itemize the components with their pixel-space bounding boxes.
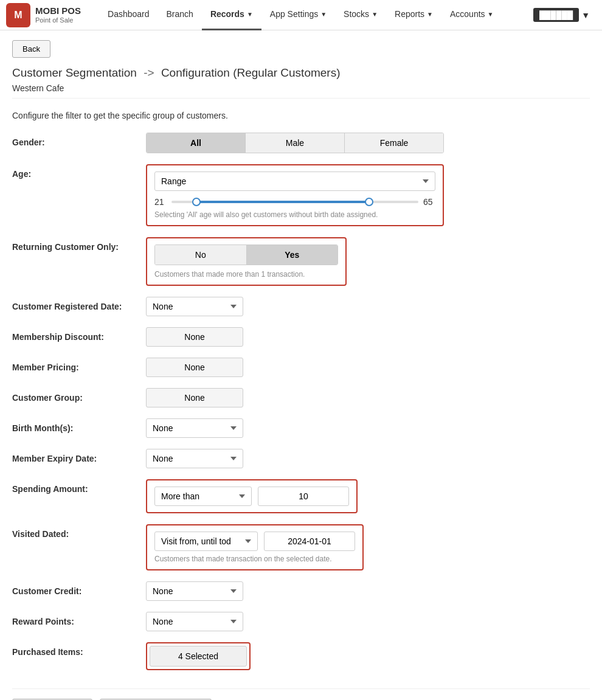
customer-group-label: Customer Group: (12, 388, 146, 403)
age-row: Age: All Range 21 65 Selecting 'All' age… (12, 164, 590, 226)
age-range-track (171, 201, 418, 203)
age-range-row: 21 65 (154, 197, 435, 207)
membership-discount-control: None (146, 327, 590, 347)
returning-control: No Yes Customers that made more than 1 t… (146, 237, 590, 286)
age-range-hint: Selecting 'All' age will also get custom… (154, 210, 435, 219)
page-title-sub: Configuration (Regular Customers) (161, 66, 341, 79)
member-expiry-date-select[interactable]: None (146, 449, 243, 468)
branch-name: Western Cafe (12, 83, 590, 93)
returning-yes-button[interactable]: Yes (247, 245, 338, 265)
customer-credit-control: None (146, 581, 590, 601)
spending-amount-control: More than Less than Equal to (146, 479, 590, 513)
visited-dated-box: Visit from, until tod Exact date This mo… (146, 524, 364, 570)
member-expiry-date-control: None (146, 449, 590, 468)
reward-points-control: None (146, 612, 590, 631)
gender-label: Gender: (12, 133, 146, 147)
nav-branch[interactable]: Branch (158, 0, 202, 30)
nav-app-settings[interactable]: App Settings ▼ (261, 0, 335, 30)
spending-amount-box: More than Less than Equal to (146, 479, 358, 513)
customer-credit-label: Customer Credit: (12, 581, 146, 596)
records-dropdown-arrow: ▼ (247, 11, 253, 18)
purchased-items-row: Purchased Items: 4 Selected (12, 642, 590, 670)
page-title-main: Customer Segmentation (12, 66, 137, 79)
customer-credit-select[interactable]: None (146, 581, 243, 601)
spending-amount-input[interactable] (258, 487, 349, 506)
member-pricing-button[interactable]: None (146, 358, 243, 377)
returning-toggle-group: No Yes (154, 244, 338, 265)
nav-user[interactable]: ██████ ▼ (527, 8, 596, 22)
gender-all-button[interactable]: All (147, 133, 246, 153)
reward-points-row: Reward Points: None (12, 612, 590, 631)
membership-discount-label: Membership Discount: (12, 327, 146, 342)
age-type-select[interactable]: All Range (154, 172, 435, 191)
customer-registered-date-row: Customer Registered Date: None (12, 297, 590, 316)
member-expiry-date-label: Member Expiry Date: (12, 449, 146, 463)
brand-sub: Point of Sale (35, 16, 81, 24)
age-min-value: 21 (154, 197, 167, 207)
spending-amount-row: Spending Amount: More than Less than Equ… (12, 479, 590, 513)
customer-group-control: None (146, 388, 590, 407)
membership-discount-row: Membership Discount: None (12, 327, 590, 347)
returning-box: No Yes Customers that made more than 1 t… (146, 237, 347, 286)
nav-records[interactable]: Records ▼ (202, 0, 261, 30)
visited-dated-label: Visited Dated: (12, 524, 146, 539)
age-control: All Range 21 65 Selecting 'All' age will… (146, 164, 590, 226)
age-box: All Range 21 65 Selecting 'All' age will… (146, 164, 444, 226)
app-settings-dropdown-arrow: ▼ (320, 11, 327, 18)
brand-name: MOBI POS (35, 5, 81, 16)
gender-female-button[interactable]: Female (345, 133, 443, 153)
nav-dashboard[interactable]: Dashboard (99, 0, 158, 30)
navbar: M MOBI POS Point of Sale Dashboard Branc… (0, 0, 602, 30)
gender-male-button[interactable]: Male (246, 133, 345, 153)
membership-discount-button[interactable]: None (146, 327, 243, 347)
birth-months-label: Birth Month(s): (12, 418, 146, 433)
stocks-dropdown-arrow: ▼ (372, 11, 378, 18)
age-label: Age: (12, 164, 146, 179)
nav-stocks[interactable]: Stocks ▼ (335, 0, 386, 30)
customer-registered-date-select[interactable]: None (146, 297, 243, 316)
visited-dated-hint: Customers that made transaction on the s… (154, 555, 355, 563)
customer-registered-date-label: Customer Registered Date: (12, 297, 146, 311)
page-title-separator: -> (144, 66, 154, 79)
member-pricing-row: Member Pricing: None (12, 358, 590, 377)
brand-text: MOBI POS Point of Sale (35, 5, 81, 24)
returning-no-button[interactable]: No (155, 245, 247, 265)
spending-amount-select[interactable]: More than Less than Equal to (154, 487, 252, 506)
customer-group-button[interactable]: None (146, 388, 243, 407)
member-expiry-date-row: Member Expiry Date: None (12, 449, 590, 468)
nav-accounts[interactable]: Accounts ▼ (441, 0, 502, 30)
gender-row: Gender: All Male Female (12, 133, 590, 153)
visited-dated-select[interactable]: Visit from, until tod Exact date This mo… (154, 532, 258, 551)
gender-control: All Male Female (146, 133, 590, 153)
gender-toggle-group: All Male Female (146, 133, 444, 153)
accounts-dropdown-arrow: ▼ (488, 11, 494, 18)
brand-logo: M (6, 3, 30, 27)
user-label: ██████ (533, 8, 579, 22)
customer-group-row: Customer Group: None (12, 388, 590, 407)
page-content: Back Customer Segmentation -> Configurat… (0, 30, 602, 700)
customer-registered-date-control: None (146, 297, 590, 316)
nav-reports[interactable]: Reports ▼ (386, 0, 441, 30)
visited-dated-input[interactable] (264, 532, 355, 551)
page-description: Configure the filter to get the specific… (12, 111, 590, 120)
age-range-thumb-left[interactable] (192, 198, 201, 206)
purchased-items-control: 4 Selected (146, 642, 590, 670)
purchased-items-box: 4 Selected (146, 642, 251, 670)
page-title: Customer Segmentation -> Configuration (… (12, 66, 590, 80)
birth-months-row: Birth Month(s): None (12, 418, 590, 438)
visited-dated-inputs: Visit from, until tod Exact date This mo… (154, 532, 355, 551)
purchased-items-button[interactable]: 4 Selected (150, 646, 247, 667)
age-range-thumb-right[interactable] (365, 198, 373, 206)
member-pricing-control: None (146, 358, 590, 377)
visited-dated-row: Visited Dated: Visit from, until tod Exa… (12, 524, 590, 570)
member-pricing-label: Member Pricing: (12, 358, 146, 372)
age-range-fill (196, 201, 369, 203)
reports-dropdown-arrow: ▼ (427, 11, 433, 18)
back-button[interactable]: Back (12, 40, 50, 58)
birth-months-control: None (146, 418, 590, 438)
birth-months-select[interactable]: None (146, 418, 243, 438)
reward-points-select[interactable]: None (146, 612, 243, 631)
returning-label: Returning Customer Only: (12, 237, 146, 252)
brand: M MOBI POS Point of Sale (6, 3, 81, 27)
age-max-value: 65 (423, 197, 435, 207)
